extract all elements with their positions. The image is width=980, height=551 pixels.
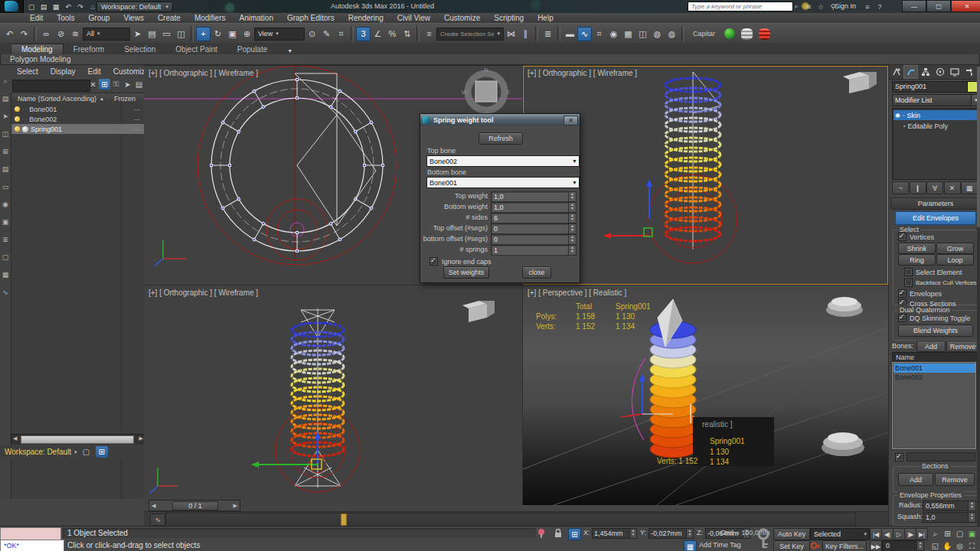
stack-item-skin[interactable]: ◉ ▪ Skin	[893, 110, 978, 120]
compass-east[interactable]: E	[506, 89, 510, 96]
go-to-start-icon[interactable]: |◀	[870, 528, 882, 540]
add-bone-button[interactable]: Add	[916, 341, 946, 352]
window-crossing-icon[interactable]: ◫	[174, 27, 188, 41]
zoom-all-icon[interactable]: ⊞	[942, 528, 953, 540]
top-weight-field[interactable]: 1,0	[491, 191, 571, 202]
absolute-offset-toggle-icon[interactable]: ⊞	[568, 528, 581, 540]
green-sphere-icon[interactable]	[724, 28, 735, 39]
close-button[interactable]: ✕	[951, 0, 980, 12]
select-and-manipulate-icon[interactable]: ✎	[319, 27, 334, 41]
favorites-icon[interactable]: ☆	[815, 2, 827, 11]
select-and-move-icon[interactable]: +	[196, 27, 211, 41]
next-frame-arrow[interactable]: ▶	[234, 503, 237, 509]
orbit-icon[interactable]: ◎	[954, 540, 965, 551]
menu-group[interactable]: Group	[82, 14, 117, 22]
se-config-icon[interactable]: ▦	[1, 270, 10, 279]
maxscript-result-line[interactable]: *OK*	[0, 540, 64, 551]
use-pivot-point-icon[interactable]: ⊙	[305, 27, 319, 41]
grow-button[interactable]: Grow	[936, 243, 974, 254]
menu-civil-view[interactable]: Civil View	[390, 14, 437, 22]
material-editor-icon[interactable]: ◉	[606, 27, 621, 41]
visibility-bulb-icon[interactable]	[15, 116, 20, 122]
select-and-scale-icon[interactable]: ▣	[225, 27, 240, 41]
pan-icon[interactable]: ✋	[942, 540, 953, 551]
pin-stack-icon[interactable]: ¬	[892, 181, 909, 194]
eye-icon[interactable]: ◉	[895, 112, 900, 119]
render-setup-icon[interactable]: ▦	[621, 27, 635, 41]
time-tag-icon[interactable]: ▦	[684, 540, 697, 551]
percent-snap-icon[interactable]: %	[385, 27, 400, 41]
se-list-icon[interactable]: ▤	[1, 165, 10, 174]
named-selection-dropdown[interactable]: Create Selection Set▾	[436, 28, 504, 41]
snap-toggle-icon[interactable]: 3	[356, 27, 371, 41]
scrollbar-thumb[interactable]	[21, 435, 134, 444]
bone-list[interactable]: Bone001 Bone002	[892, 362, 976, 449]
add-time-tag-label[interactable]: Add Time Tag	[699, 541, 741, 549]
zoom-region-icon[interactable]: ◱	[929, 540, 941, 551]
reference-coordinate-dropdown[interactable]: View▾	[254, 28, 305, 41]
spinner-arrows[interactable]: ▲▼	[568, 191, 577, 202]
modifier-list-dropdown[interactable]: Modifier List ▼	[892, 94, 980, 106]
zoom-extents-all-icon[interactable]: ▣	[966, 528, 978, 540]
tab-hierarchy-icon[interactable]	[918, 65, 933, 79]
spinner-arrows[interactable]: ▲▼	[568, 245, 577, 256]
viewport-label[interactable]: [+] [ Orthographic ] [ Wireframe ]	[149, 69, 258, 77]
parameters-rollout-header[interactable]: Parameters	[890, 197, 980, 210]
loop-button[interactable]: Loop	[936, 254, 974, 266]
dialog-title-bar[interactable]: Spring weight tool	[420, 114, 580, 126]
set-key-button[interactable]: Set Key	[773, 540, 810, 551]
spinner-arrows[interactable]: ▲▼	[568, 213, 577, 223]
tab-modeling[interactable]: Modeling	[11, 44, 64, 54]
undo-icon[interactable]: ↶	[2, 27, 17, 41]
next-key-icon[interactable]: ▶▶	[870, 540, 882, 551]
se-zoom-icon[interactable]: ⌕	[1, 77, 10, 86]
tab-motion-icon[interactable]	[933, 65, 947, 79]
bind-to-space-warp-icon[interactable]: ≋	[68, 27, 83, 41]
squash-field[interactable]: 1,0	[923, 512, 971, 523]
menu-rendering[interactable]: Rendering	[341, 14, 390, 22]
clear-search-icon[interactable]: ✕	[87, 79, 99, 90]
spinner-arrows[interactable]: ▲▼	[916, 540, 924, 551]
spinner-arrows[interactable]: ▲▼	[568, 223, 577, 234]
curve-editor-icon[interactable]: ∿	[577, 27, 592, 41]
name-column-header[interactable]: Name (Sorted Ascending)	[11, 95, 96, 103]
spinner-arrows[interactable]: ▲▼	[568, 234, 577, 245]
select-element-checkbox[interactable]	[904, 268, 913, 276]
tab-utilities-icon[interactable]	[962, 65, 976, 79]
list-item-selected[interactable]: Spring001 —	[11, 124, 145, 134]
stack-item-editable-poly[interactable]: ▪ Editable Poly	[893, 121, 978, 131]
align-icon[interactable]: ∥	[518, 27, 533, 41]
object-name[interactable]: Spring001	[31, 126, 62, 133]
viewport-bottom-right[interactable]: [+] [ Perspective ] [ Realistic ] TotalS…	[523, 285, 888, 505]
se-sphere-icon[interactable]: ◉	[1, 200, 10, 209]
viewport-bottom-left[interactable]: [+] [ Orthographic ] [ Wireframe ]	[144, 285, 522, 505]
selected-dropdown[interactable]: Selected ▾	[810, 528, 870, 540]
keyboard-override-icon[interactable]: ⌗	[334, 27, 348, 41]
menu-help[interactable]: Help	[531, 14, 560, 22]
viewport-label[interactable]: [+] [ Orthographic ] [ Wireframe ]	[528, 69, 637, 77]
play-icon[interactable]: ▷	[893, 528, 905, 540]
object-name-field[interactable]: Spring001	[892, 81, 968, 93]
select-by-name-icon[interactable]: ▤	[145, 27, 159, 41]
spinner-arrows[interactable]: ▲▼	[629, 528, 637, 539]
dq-skinning-checkbox[interactable]	[898, 314, 906, 322]
time-marker[interactable]	[341, 514, 347, 526]
select-and-link-icon[interactable]: ∞	[39, 27, 54, 41]
viewport-label[interactable]: [+] [ Orthographic ] [ Wireframe ]	[149, 289, 258, 297]
rendered-frame-window-icon[interactable]: ◫	[635, 27, 650, 41]
scrollbar-thumb[interactable]	[977, 67, 980, 227]
frozen-column-header[interactable]: Frozen	[114, 95, 136, 103]
bottom-bone-dropdown[interactable]: Bone001▼	[426, 177, 580, 188]
menu-views[interactable]: Views	[116, 14, 151, 22]
communication-icon[interactable]: ≋	[802, 2, 815, 11]
modifier-stack[interactable]: ◉ ▪ Skin ▪ Editable Poly	[892, 108, 979, 180]
search-input[interactable]	[688, 2, 793, 11]
maxscript-mini-listener[interactable]	[0, 527, 61, 540]
bottom-weight-field[interactable]: 1,0	[491, 202, 571, 213]
set-weights-button[interactable]: Set weights	[443, 266, 489, 279]
dialog-close-button[interactable]: ✕	[564, 116, 578, 126]
pick-icon[interactable]: ➤	[122, 79, 133, 90]
menu-create[interactable]: Create	[151, 14, 188, 22]
visibility-bulb-icon[interactable]	[15, 106, 20, 112]
select-and-place-icon[interactable]: ⊕	[240, 27, 254, 41]
